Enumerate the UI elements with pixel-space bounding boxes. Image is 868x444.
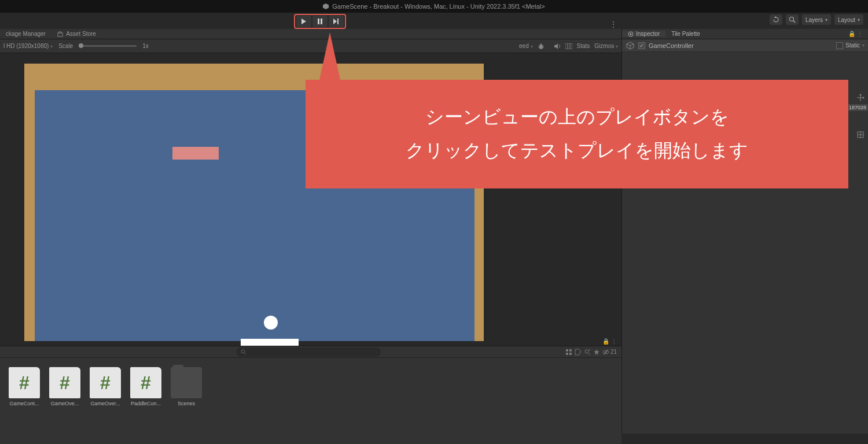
- window-title: GameScene - Breakout - Windows, Mac, Lin…: [332, 3, 545, 10]
- project-assets-grid: # GameCont... # GameOve... # GameOver...…: [0, 358, 621, 411]
- bug-icon[interactable]: [538, 43, 545, 50]
- tutorial-callout: シーンビューの上のプレイボタンを クリックしてテストプレイを開始します: [306, 80, 848, 188]
- search-button[interactable]: [786, 14, 799, 25]
- csharp-script-icon: #: [9, 367, 40, 398]
- filter-by-label-icon[interactable]: [575, 349, 582, 356]
- svg-point-7: [789, 17, 793, 21]
- svg-line-23: [627, 44, 630, 46]
- tab-inspector[interactable]: Inspector: [622, 31, 665, 37]
- inspector-icon: [628, 31, 634, 37]
- panel-menu-icon[interactable]: ⋮: [609, 20, 618, 29]
- inspector-lock-icon[interactable]: 🔒 ⋮: [844, 31, 868, 37]
- scale-slider[interactable]: [79, 45, 137, 47]
- aspect-icon[interactable]: [565, 43, 572, 49]
- svg-line-12: [543, 46, 544, 46]
- csharp-script-icon: #: [90, 367, 121, 398]
- svg-marker-1: [301, 18, 306, 24]
- callout-line-1: シーンビューの上のプレイボタンを: [425, 101, 729, 134]
- asset-script-paddlecontroller[interactable]: # PaddleCon...: [128, 367, 163, 406]
- resolution-dropdown[interactable]: l HD (1920x1080) ▾: [3, 43, 53, 49]
- callout-arrow: [319, 32, 340, 80]
- svg-point-33: [241, 350, 245, 353]
- tab-asset-store[interactable]: Asset Store: [52, 31, 102, 37]
- layers-dropdown[interactable]: Layers: [802, 14, 831, 25]
- game-tabs-row: ckage Manager Asset Store ⋮: [0, 29, 621, 39]
- gameobject-name-field[interactable]: GameController: [649, 42, 833, 49]
- svg-marker-44: [594, 349, 599, 355]
- asset-script-gameover1[interactable]: # GameOve...: [47, 367, 82, 406]
- project-toolbar: 🔒 ⋮ 21: [0, 346, 621, 358]
- svg-rect-36: [569, 349, 572, 352]
- svg-marker-39: [575, 349, 581, 355]
- svg-rect-35: [566, 349, 568, 352]
- svg-marker-28: [859, 94, 862, 95]
- svg-line-14: [543, 47, 544, 48]
- play-button[interactable]: [296, 16, 311, 27]
- scale-slider-thumb[interactable]: [79, 43, 83, 48]
- panel-lock-icon[interactable]: 🔒 ⋮: [602, 338, 617, 345]
- svg-point-21: [630, 33, 632, 35]
- gizmos-toggle[interactable]: Gizmos ▾: [594, 43, 618, 49]
- favorite-icon[interactable]: [593, 349, 600, 356]
- svg-line-13: [538, 47, 539, 48]
- svg-rect-37: [566, 353, 568, 355]
- audio-icon[interactable]: [554, 43, 561, 50]
- svg-line-24: [630, 44, 634, 46]
- undo-history-button[interactable]: [770, 14, 782, 25]
- top-toolbar: Layers Layout: [0, 13, 868, 29]
- pause-button[interactable]: [312, 16, 328, 27]
- csharp-script-icon: #: [49, 367, 80, 398]
- svg-line-41: [589, 353, 590, 355]
- svg-marker-29: [863, 97, 865, 99]
- project-search-input[interactable]: [236, 347, 381, 357]
- stats-toggle[interactable]: Stats: [577, 43, 590, 49]
- svg-point-15: [540, 43, 542, 45]
- asset-script-gamecontroller[interactable]: # GameCont...: [7, 367, 42, 406]
- right-toolbar: Layers Layout: [770, 14, 863, 25]
- svg-rect-17: [565, 43, 572, 49]
- gameobject-icon[interactable]: [626, 41, 635, 50]
- csharp-script-icon: #: [130, 367, 161, 398]
- play-controls-highlight: [294, 14, 346, 29]
- project-panel: 🔒 ⋮ 21 # GameCont... # GameOve... # Game…: [0, 346, 621, 444]
- asset-script-gameover2[interactable]: # GameOver...: [88, 367, 123, 406]
- folder-icon: [171, 367, 202, 398]
- gameobject-active-checkbox[interactable]: ✓: [638, 42, 645, 49]
- svg-line-11: [538, 46, 539, 46]
- hidden-eye-icon: [602, 349, 609, 355]
- game-view-toolbar: l HD (1920x1080) ▾ Scale 1x eed ▾ Stats …: [0, 39, 621, 53]
- tab-tile-palette[interactable]: Tile Palette: [665, 31, 706, 37]
- inspector-object-header: ✓ GameController Static ▾: [622, 39, 868, 52]
- layout-dropdown[interactable]: Layout: [834, 14, 863, 25]
- title-bar: GameScene - Breakout - Windows, Mac, Lin…: [0, 0, 868, 13]
- svg-marker-4: [333, 18, 337, 24]
- svg-point-40: [585, 350, 589, 353]
- tab-package-manager[interactable]: ckage Manager: [0, 31, 52, 37]
- static-dropdown-icon[interactable]: ▾: [862, 43, 865, 48]
- static-label: Static: [845, 42, 860, 49]
- svg-marker-16: [554, 43, 558, 49]
- unity-logo-icon: [323, 3, 329, 9]
- asset-store-icon: [57, 31, 63, 37]
- static-checkbox[interactable]: [836, 42, 843, 49]
- component-tool-icon[interactable]: [856, 131, 865, 139]
- callout-line-2: クリックしてテストプレイを開始します: [406, 134, 748, 168]
- search-icon: [241, 349, 247, 355]
- game-ball: [264, 316, 278, 330]
- svg-line-34: [245, 353, 246, 354]
- svg-marker-0: [323, 3, 329, 9]
- step-button[interactable]: [329, 16, 344, 27]
- transform-tool-icon[interactable]: [856, 94, 865, 102]
- speed-partial-label: eed ▾: [519, 43, 532, 49]
- asset-folder-scenes[interactable]: Scenes: [169, 367, 204, 406]
- scale-label: Scale: [58, 43, 73, 49]
- svg-rect-38: [569, 353, 572, 355]
- svg-rect-3: [321, 18, 322, 24]
- svg-rect-5: [337, 18, 339, 24]
- hidden-count[interactable]: 21: [602, 349, 617, 355]
- filter-by-type-icon[interactable]: [565, 349, 572, 356]
- scale-value: 1x: [142, 43, 149, 49]
- svg-rect-9: [58, 33, 62, 36]
- svg-line-8: [793, 21, 795, 23]
- save-search-icon[interactable]: [584, 349, 591, 356]
